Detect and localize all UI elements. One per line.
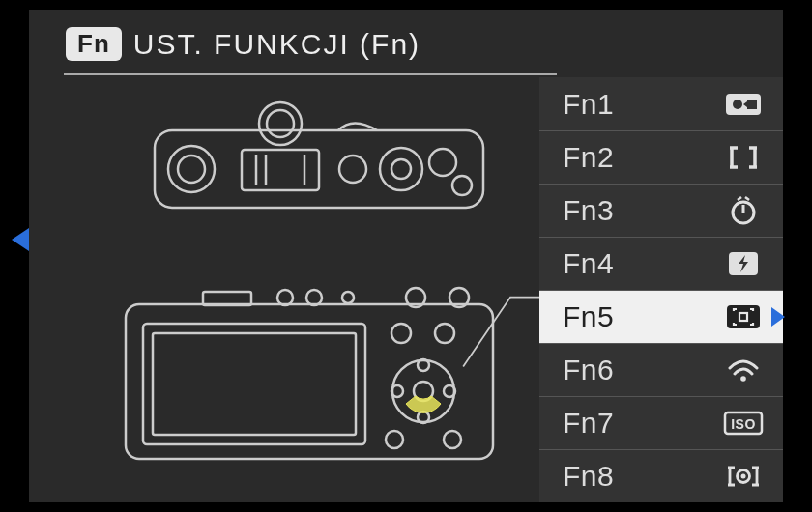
svg-rect-21 — [143, 324, 365, 444]
svg-point-34 — [733, 100, 742, 109]
fn-item-label: Fn4 — [563, 247, 721, 280]
metering-icon — [721, 458, 766, 495]
fn-item-fn7[interactable]: Fn7 ISO — [539, 396, 783, 449]
menu-screen: Fn UST. FUNKCJI (Fn) — [29, 10, 783, 502]
fn-item-label: Fn1 — [563, 88, 721, 121]
fn-item-fn3[interactable]: Fn3 — [539, 184, 783, 237]
svg-point-32 — [444, 431, 461, 448]
iso-icon: ISO — [721, 405, 766, 441]
fn-item-fn5[interactable]: Fn5 — [539, 290, 783, 343]
svg-point-24 — [435, 324, 454, 343]
flash-icon — [721, 245, 766, 282]
fn-item-fn1[interactable]: Fn1 — [539, 77, 783, 130]
af-area-brackets-icon — [721, 139, 766, 176]
svg-point-39 — [740, 376, 746, 382]
camera-top-view — [145, 97, 493, 222]
svg-point-43 — [741, 474, 746, 479]
fn-item-label: Fn2 — [563, 141, 721, 174]
chevron-right-icon — [771, 307, 785, 327]
focus-area-icon — [721, 299, 766, 335]
svg-point-13 — [452, 176, 472, 195]
svg-rect-22 — [153, 333, 356, 435]
svg-point-9 — [339, 156, 366, 183]
fn-item-fn8[interactable]: Fn8 — [539, 449, 783, 502]
fn-item-label: Fn6 — [563, 354, 721, 386]
wifi-icon — [721, 352, 766, 388]
fn-badge: Fn — [66, 27, 122, 61]
fn-item-fn2[interactable]: Fn2 — [539, 130, 783, 184]
fn-item-label: Fn7 — [563, 407, 721, 440]
fn-item-fn6[interactable]: Fn6 — [539, 343, 783, 396]
svg-rect-37 — [727, 305, 760, 328]
svg-point-12 — [429, 149, 456, 176]
fn-list: Fn1 Fn2 Fn3 Fn4 Fn5 — [539, 77, 783, 502]
header-divider — [64, 73, 557, 75]
menu-header: Fn UST. FUNKCJI (Fn) — [66, 27, 420, 61]
video-record-icon — [721, 86, 766, 123]
camera-back-view — [116, 280, 503, 473]
svg-point-1 — [259, 102, 302, 145]
svg-rect-3 — [242, 150, 319, 190]
svg-text:ISO: ISO — [731, 416, 756, 432]
page-title: UST. FUNKCJI (Fn) — [133, 28, 420, 61]
svg-point-18 — [342, 292, 354, 303]
svg-point-31 — [386, 431, 403, 448]
dpad-down-highlight — [406, 396, 441, 412]
svg-point-8 — [178, 156, 205, 183]
fn-item-label: Fn5 — [563, 300, 721, 333]
svg-point-11 — [392, 159, 411, 179]
fn-item-label: Fn3 — [563, 194, 721, 227]
svg-point-16 — [277, 290, 293, 305]
svg-point-2 — [267, 110, 294, 137]
fn-item-fn4[interactable]: Fn4 — [539, 237, 783, 290]
svg-point-10 — [380, 148, 422, 190]
svg-point-7 — [168, 146, 215, 192]
svg-point-17 — [306, 290, 322, 305]
chevron-left-icon[interactable] — [12, 228, 29, 251]
fn-item-label: Fn8 — [563, 460, 721, 493]
svg-point-23 — [392, 324, 411, 343]
self-timer-icon — [721, 192, 766, 229]
camera-diagram — [87, 97, 541, 493]
